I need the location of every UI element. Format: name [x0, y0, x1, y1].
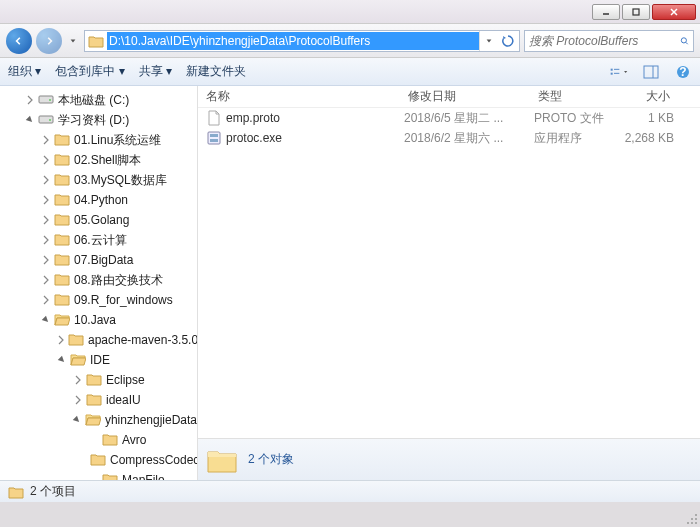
column-date[interactable]: 修改日期 [400, 88, 530, 105]
expander-icon[interactable] [88, 474, 100, 480]
search-box[interactable] [524, 30, 694, 52]
expander-icon[interactable] [24, 114, 36, 126]
file-row[interactable]: emp.proto2018/6/5 星期二 ...PROTO 文件1 KB [198, 108, 700, 128]
svg-rect-20 [210, 139, 218, 142]
folder-icon [54, 232, 74, 249]
tree-item-label: 07.BigData [74, 253, 133, 267]
tree-item[interactable]: apache-maven-3.5.0 [0, 330, 197, 350]
expander-icon[interactable] [24, 94, 36, 106]
minimize-button[interactable] [592, 4, 620, 20]
tree-item[interactable]: 07.BigData [0, 250, 197, 270]
tree-item[interactable]: 10.Java [0, 310, 197, 330]
tree-item[interactable]: 05.Golang [0, 210, 197, 230]
folder-icon [86, 392, 106, 409]
expander-icon[interactable] [72, 374, 84, 386]
tree-item[interactable]: Eclipse [0, 370, 197, 390]
address-bar[interactable] [84, 30, 520, 52]
expander-icon[interactable] [40, 194, 52, 206]
tree-item[interactable]: Avro [0, 430, 197, 450]
folder-open-icon [54, 312, 74, 329]
resize-grip[interactable] [686, 513, 698, 525]
svg-rect-14 [39, 96, 53, 103]
tree-item-label: apache-maven-3.5.0 [88, 333, 198, 347]
svg-point-25 [691, 522, 693, 524]
forward-button[interactable] [36, 28, 62, 54]
expander-icon[interactable] [40, 154, 52, 166]
expander-icon[interactable] [40, 134, 52, 146]
tree-item[interactable]: 04.Python [0, 190, 197, 210]
expander-icon[interactable] [40, 174, 52, 186]
file-row[interactable]: protoc.exe2018/6/2 星期六 ...应用程序2,268 KB [198, 128, 700, 148]
back-button[interactable] [6, 28, 32, 54]
folder-icon [102, 432, 122, 449]
navigation-tree[interactable]: 本地磁盘 (C:)学习资料 (D:)01.Linu系统运维02.Shell脚本0… [0, 86, 198, 480]
svg-text:?: ? [679, 65, 686, 79]
tree-item-label: 05.Golang [74, 213, 129, 227]
expander-icon[interactable] [40, 234, 52, 246]
expander-icon[interactable] [40, 314, 52, 326]
tree-item[interactable]: MapFile [0, 470, 197, 480]
view-options-button[interactable] [610, 63, 628, 81]
tree-item[interactable]: 09.R_for_windows [0, 290, 197, 310]
tree-item[interactable]: 02.Shell脚本 [0, 150, 197, 170]
expander-icon[interactable] [72, 414, 83, 426]
details-pane: 2 个对象 [198, 438, 700, 480]
tree-item[interactable]: 学习资料 (D:) [0, 110, 197, 130]
tree-item[interactable]: 01.Linu系统运维 [0, 130, 197, 150]
tree-item[interactable]: 06.云计算 [0, 230, 197, 250]
folder-icon [54, 132, 74, 149]
expander-icon[interactable] [40, 274, 52, 286]
path-input[interactable] [107, 32, 479, 50]
column-name[interactable]: 名称 [198, 88, 400, 105]
tree-item[interactable]: 本地磁盘 (C:) [0, 90, 197, 110]
expander-icon[interactable] [88, 434, 100, 446]
expander-icon[interactable] [40, 294, 52, 306]
history-dropdown[interactable] [66, 28, 80, 54]
svg-point-21 [695, 514, 697, 516]
svg-rect-10 [644, 66, 658, 78]
tree-item-label: 学习资料 (D:) [58, 112, 129, 129]
organize-menu[interactable]: 组织 ▾ [8, 63, 41, 80]
expander-icon[interactable] [40, 214, 52, 226]
file-list-pane: 名称 修改日期 类型 大小 emp.proto2018/6/5 星期二 ...P… [198, 86, 700, 480]
drive-icon [38, 112, 58, 129]
tree-item-label: yhinzhengjieData [105, 413, 197, 427]
expander-icon[interactable] [56, 354, 68, 366]
search-input[interactable] [529, 34, 680, 48]
expander-icon[interactable] [56, 334, 66, 346]
tree-item[interactable]: ideaIU [0, 390, 197, 410]
tree-item-label: CompressCodec [110, 453, 198, 467]
expander-icon[interactable] [72, 394, 84, 406]
tree-item[interactable]: IDE [0, 350, 197, 370]
column-type[interactable]: 类型 [530, 88, 612, 105]
tree-item[interactable]: yhinzhengjieData [0, 410, 197, 430]
tree-item-label: 本地磁盘 (C:) [58, 92, 129, 109]
maximize-button[interactable] [622, 4, 650, 20]
tree-item-label: 06.云计算 [74, 232, 127, 249]
file-type: 应用程序 [534, 130, 616, 147]
expander-icon[interactable] [40, 254, 52, 266]
tree-item[interactable]: 03.MySQL数据库 [0, 170, 197, 190]
tree-item[interactable]: 08.路由交换技术 [0, 270, 197, 290]
svg-rect-6 [611, 68, 613, 70]
tree-item-label: Avro [122, 433, 146, 447]
path-dropdown[interactable] [479, 31, 497, 51]
preview-pane-button[interactable] [642, 63, 660, 81]
refresh-button[interactable] [497, 30, 519, 52]
close-button[interactable] [652, 4, 696, 20]
command-toolbar: 组织 ▾ 包含到库中 ▾ 共享 ▾ 新建文件夹 ? [0, 58, 700, 86]
column-size[interactable]: 大小 [612, 88, 682, 105]
file-date: 2018/6/5 星期二 ... [404, 110, 534, 127]
folder-icon [54, 252, 74, 269]
tree-item[interactable]: CompressCodec [0, 450, 197, 470]
svg-rect-7 [611, 72, 613, 74]
column-headers: 名称 修改日期 类型 大小 [198, 86, 700, 108]
help-button[interactable]: ? [674, 63, 692, 81]
tree-item-label: 02.Shell脚本 [74, 152, 141, 169]
search-icon [680, 34, 689, 48]
status-text: 2 个项目 [30, 483, 76, 500]
folder-icon [102, 472, 122, 481]
include-in-library-menu[interactable]: 包含到库中 ▾ [55, 63, 124, 80]
share-menu[interactable]: 共享 ▾ [139, 63, 172, 80]
new-folder-button[interactable]: 新建文件夹 [186, 63, 246, 80]
